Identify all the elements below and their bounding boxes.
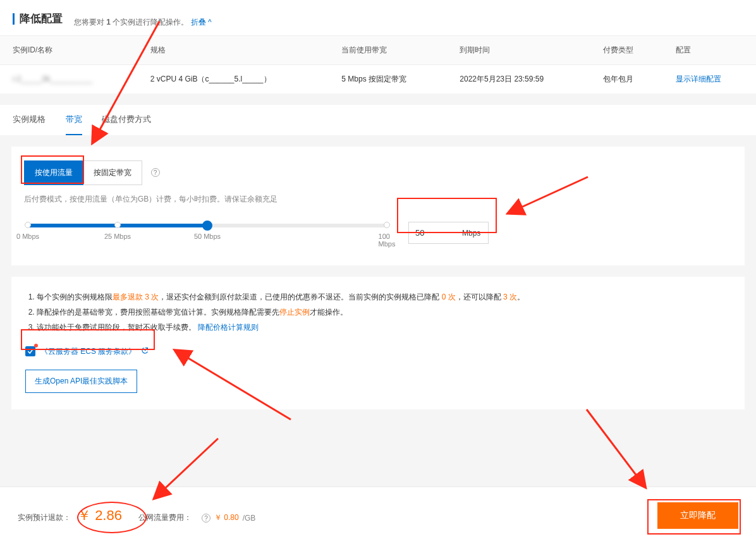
- slider-thumb[interactable]: [202, 221, 212, 231]
- th-expire: 到期时间: [447, 36, 590, 65]
- page-header: 降低配置 您将要对 1 个实例进行降配操作。 折叠 ^: [0, 0, 756, 35]
- note-2: 降配操作的是基础带宽，费用按照基础带宽值计算。实例规格降配需要先停止实例才能操作…: [37, 305, 731, 320]
- title-accent-bar: [13, 13, 15, 25]
- page-title: 降低配置: [13, 11, 63, 26]
- th-billing: 付费类型: [590, 36, 663, 65]
- bandwidth-slider[interactable]: 0 Mbps 25 Mbps 50 Mbps 100 Mbps: [24, 221, 391, 245]
- attention-dot-icon: [34, 344, 38, 348]
- tab-spec[interactable]: 实例规格: [13, 105, 46, 135]
- traffic-price: ￥ 0.80: [214, 512, 239, 523]
- pricing-rule-link[interactable]: 降配价格计算规则: [198, 323, 259, 332]
- mode-by-fixed-button[interactable]: 按固定带宽: [83, 160, 142, 185]
- show-config-link[interactable]: 显示详细配置: [676, 75, 721, 83]
- bandwidth-input-group: Mbps: [408, 222, 489, 244]
- bandwidth-panel: 按使用流量 按固定带宽 ? 后付费模式，按使用流量（单位为GB）计费，每小时扣费…: [11, 147, 745, 265]
- tos-link[interactable]: 《云服务器 ECS 服务条款》: [40, 346, 136, 357]
- bandwidth-input[interactable]: [409, 222, 458, 243]
- billing-mode-segment: 按使用流量 按固定带宽: [24, 160, 142, 185]
- table-row: i-2_____0k__________ 2 vCPU 4 GiB（c_____…: [0, 64, 756, 94]
- cell-billing: 包年包月: [603, 75, 633, 83]
- chevron-up-icon: ^: [208, 18, 212, 27]
- tab-bandwidth[interactable]: 带宽: [66, 105, 82, 135]
- refund-amount: ￥ 2.86: [77, 506, 122, 525]
- traffic-label: 公网流量费用：: [138, 512, 192, 523]
- th-id: 实例ID/名称: [0, 36, 138, 65]
- cell-expire: 2022年5月23日 23:59:59: [460, 75, 544, 83]
- tos-row: 《云服务器 ECS 服务条款》: [25, 346, 731, 357]
- subtitle: 您将要对 1 个实例进行降配操作。 折叠 ^: [74, 17, 212, 28]
- tick-25: 25 Mbps: [104, 233, 131, 240]
- external-link-icon: [141, 347, 149, 356]
- collapse-link[interactable]: 折叠 ^: [191, 18, 212, 27]
- th-bw: 当前使用带宽: [329, 36, 447, 65]
- svg-line-4: [587, 409, 645, 487]
- mode-hint: 后付费模式，按使用流量（单位为GB）计费，每小时扣费。请保证余额充足: [24, 194, 732, 205]
- tos-checkbox[interactable]: [25, 346, 35, 356]
- check-icon: [27, 348, 34, 355]
- help-icon[interactable]: ?: [202, 514, 210, 523]
- mode-by-traffic-button[interactable]: 按使用流量: [24, 160, 83, 185]
- cell-id: i-2_____0k__________: [13, 75, 92, 83]
- th-spec: 规格: [138, 36, 329, 65]
- bandwidth-unit: Mbps: [458, 229, 488, 238]
- notes-panel: 每个实例的实例规格限最多退款 3 次，退还实付金额到原付款渠道，已使用的优惠券不…: [11, 277, 745, 409]
- footer-bar: 实例预计退款： ￥ 2.86 公网流量费用： ? ￥ 0.80 /GB 立即降配: [0, 487, 756, 544]
- tab-disk-billing[interactable]: 磁盘付费方式: [102, 105, 151, 135]
- tabs: 实例规格 带宽 磁盘付费方式: [0, 105, 756, 135]
- generate-openapi-button[interactable]: 生成Open API最佳实践脚本: [25, 370, 137, 393]
- traffic-unit: /GB: [243, 514, 256, 523]
- instance-table: 实例ID/名称 规格 当前使用带宽 到期时间 付费类型 配置 i-2_____0…: [0, 35, 756, 94]
- refund-label: 实例预计退款：: [18, 512, 71, 523]
- submit-downgrade-button[interactable]: 立即降配: [657, 502, 738, 529]
- cell-spec: 2 vCPU 4 GiB（c______5.l_____）: [150, 75, 271, 83]
- tick-0: 0 Mbps: [16, 233, 39, 240]
- th-config: 配置: [663, 36, 756, 65]
- note-1: 每个实例的实例规格限最多退款 3 次，退还实付金额到原付款渠道，已使用的优惠券不…: [37, 289, 731, 305]
- tick-100: 100 Mbps: [379, 233, 396, 248]
- help-icon[interactable]: ?: [151, 168, 160, 177]
- note-3: 该功能处于免费试用阶段，暂时不收取手续费。 降配价格计算规则: [37, 320, 731, 335]
- title-text: 降低配置: [20, 11, 63, 26]
- cell-bw: 5 Mbps 按固定带宽: [341, 75, 406, 83]
- tick-50: 50 Mbps: [194, 233, 221, 240]
